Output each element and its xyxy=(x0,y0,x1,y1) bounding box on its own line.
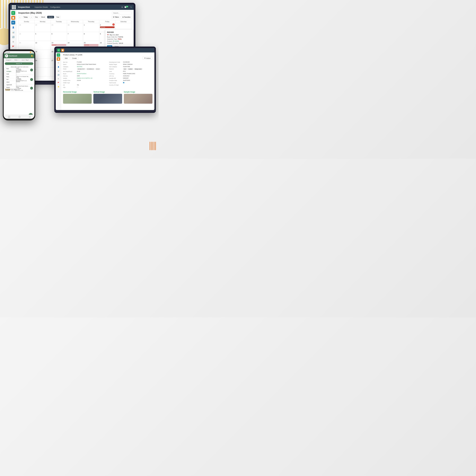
bg-decoration-right xyxy=(150,142,156,150)
prod-sidebar-star[interactable]: ⭐ xyxy=(57,85,60,88)
prod-sidebar-eye2[interactable]: 👁 xyxy=(57,61,60,65)
prod-sidebar-person[interactable]: 👤 xyxy=(57,65,60,68)
label-buyer: Buyer xyxy=(63,73,76,74)
dropdown-item-hold[interactable]: Hold xyxy=(5,73,16,75)
cal-cell[interactable]: 20 xyxy=(18,41,35,50)
nav-right-section: ⚙ 💬25 ↻ xyxy=(121,6,132,8)
value-vendor[interactable]: Fashion Art & Craft Pvt. Ltd. xyxy=(77,77,106,79)
cal-cell[interactable]: 12 xyxy=(35,41,51,50)
value-weight: 19.40 xyxy=(77,71,106,72)
prod-nav-eye-icon[interactable]: 👁 xyxy=(57,49,60,52)
cal-cell[interactable]: 26 xyxy=(35,59,51,68)
phone-filter-final[interactable]: FINAL ▾ xyxy=(13,59,19,61)
phone-circle-btn[interactable]: ⚪ xyxy=(18,116,21,118)
cal-prev-btn[interactable]: ‹ xyxy=(18,16,21,19)
nav-configuration[interactable]: Configuration xyxy=(50,6,60,8)
value-buyer[interactable]: Gemini Furniture xyxy=(77,73,106,74)
sidebar-icon-settings[interactable]: ⚙ xyxy=(11,40,15,44)
product-edit-btn[interactable]: Edit xyxy=(63,57,69,60)
phone-filter-assigned[interactable]: Assigned ▾ xyxy=(5,59,13,61)
dropdown-item-fail[interactable]: Fail xyxy=(5,78,16,81)
field-weight: Net Weight(Kgs) 19.40 xyxy=(63,71,106,72)
prod-sidebar-settings[interactable]: ⚙ xyxy=(57,77,60,80)
cal-today-btn[interactable]: Today xyxy=(22,16,29,18)
cal-cell[interactable]: 5 xyxy=(35,32,51,41)
chat-icon[interactable]: 💬25 xyxy=(124,6,129,8)
phone-back-btn[interactable]: ◁ xyxy=(29,116,30,118)
cal-cell[interactable]: 30 xyxy=(67,23,83,32)
prod-sidebar-flag[interactable]: 🚩 xyxy=(57,81,60,84)
sidebar-icon-doc[interactable]: 📄 xyxy=(11,16,15,20)
cal-cell[interactable]: 6 xyxy=(51,32,67,41)
hard-goods-checkbox[interactable] xyxy=(123,82,124,83)
label-category: Category xyxy=(63,66,76,68)
dropdown-item-abort[interactable]: Abort xyxy=(5,81,16,84)
cal-favorites-btn[interactable]: ★ Favorites xyxy=(121,16,132,18)
prod-nav-doc-icon[interactable]: 📄 xyxy=(61,49,64,52)
cal-cell[interactable]: 18 xyxy=(18,23,35,32)
phone-home-btn[interactable]: ⬜ xyxy=(8,116,10,118)
aql-checkbox[interactable] xyxy=(77,86,78,88)
prod-sidebar-eye[interactable]: 👁 xyxy=(57,53,60,57)
cal-cell[interactable]: 1 xyxy=(83,23,99,32)
sidebar-icon-person[interactable]: 👤 xyxy=(11,25,15,29)
popup-product-value[interactable]: [P-12346] xyxy=(113,40,119,42)
cal-cell[interactable]: 29 xyxy=(51,23,67,32)
product-create-btn[interactable]: Create xyxy=(70,57,79,60)
value-name: Genoa Accent Chair Rustic Brown xyxy=(77,64,106,65)
field-kd: KD Yes xyxy=(63,84,106,86)
cal-cell[interactable]: 28 xyxy=(35,23,51,32)
sidebar-icon-chart[interactable]: 📊 xyxy=(11,30,15,34)
cal-view-year[interactable]: Year xyxy=(55,16,61,18)
cal-cell[interactable]: 8 xyxy=(83,32,99,41)
value-kd: Yes xyxy=(77,84,106,85)
dropdown-item-new[interactable]: New xyxy=(5,68,16,70)
dropdown-item-approved[interactable]: Approved xyxy=(5,84,16,86)
phone-notification-icon[interactable]: 🔔 xyxy=(31,55,33,57)
dropdown-item-assignee[interactable]: Assigne xyxy=(5,70,16,73)
cal-event-ins326[interactable]: INS/326 xyxy=(84,44,99,46)
phone-search-bar[interactable]: Search 🔍 xyxy=(5,62,33,65)
popup-inspection-type-label: Inspection Type xyxy=(107,38,117,40)
nav-inspection-details[interactable]: Inspection Details xyxy=(34,6,48,8)
cal-view-day[interactable]: Day xyxy=(34,16,39,18)
label-weight: Net Weight(Kgs) xyxy=(63,71,76,72)
cal-view-week[interactable]: Week xyxy=(40,16,46,18)
label-dev-code: Development Code xyxy=(109,61,122,63)
cal-next-btn[interactable]: › xyxy=(30,16,33,19)
horizontal-image-placeholder xyxy=(63,94,92,104)
vertical-image-title: Vertical Image xyxy=(93,91,122,93)
sidebar-icon-refresh[interactable]: 🔄 xyxy=(11,35,15,39)
item-arrow-2[interactable]: › xyxy=(30,78,33,81)
prod-sidebar-doc[interactable]: 📄 xyxy=(57,57,60,61)
prod-sidebar-refresh[interactable]: 🔄 xyxy=(57,73,60,76)
cal-filter-btn[interactable]: ▼ Filters xyxy=(111,16,120,18)
prod-sidebar-chart[interactable]: 📊 xyxy=(57,69,60,72)
apps-grid-icon[interactable] xyxy=(12,5,16,9)
sidebar-icon-eye[interactable]: 👁 xyxy=(11,11,15,15)
item-arrow-1[interactable]: › xyxy=(30,68,33,71)
dropdown-item-reject[interactable]: Reject xyxy=(5,86,16,89)
sidebar-icon-eye2[interactable]: 👁 xyxy=(11,21,15,25)
vertical-image-placeholder xyxy=(93,94,122,104)
search-input[interactable] xyxy=(112,12,132,14)
dropdown-item-pass[interactable]: Pass xyxy=(5,75,16,78)
cal-cell[interactable]: 7 xyxy=(67,32,83,41)
product-action-btn[interactable]: ⚙ Action xyxy=(142,57,153,60)
field-creation-date: Creation Date Jun/07/2023 xyxy=(109,80,153,81)
phone-status-bar: 12:26 PM 📶 🔋 xyxy=(4,51,34,53)
cal-event-ins327[interactable]: INS/327 xyxy=(51,44,66,46)
popup-date: May 3-3, 2024 xyxy=(110,34,119,36)
cal-event-ins328[interactable]: INS/328 xyxy=(100,26,115,28)
cal-cell[interactable]: 3 xyxy=(35,68,51,76)
value-uom: PCS xyxy=(123,71,153,72)
phone-filter-date[interactable]: 1 Jan-17 May ▾ xyxy=(20,59,30,61)
cal-cell[interactable]: 19 xyxy=(35,50,51,59)
refresh-icon[interactable]: ↻ xyxy=(130,6,132,8)
sidebar-icon-flag[interactable]: 🚩 xyxy=(11,45,15,49)
cal-view-month[interactable]: Month xyxy=(47,16,54,18)
item-arrow-3[interactable]: › xyxy=(30,87,33,90)
settings-icon[interactable]: ⚙ xyxy=(121,6,123,8)
value-category[interactable]: SEATING xyxy=(77,66,106,67)
cal-cell[interactable]: 19 xyxy=(18,32,35,41)
